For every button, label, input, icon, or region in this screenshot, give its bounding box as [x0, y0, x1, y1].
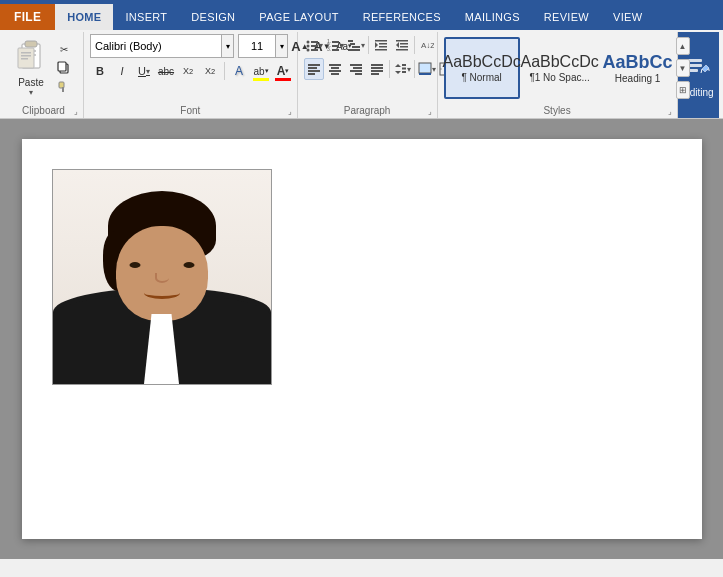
- tab-view[interactable]: VIEW: [601, 4, 654, 30]
- styles-scroll-up[interactable]: ▲: [676, 37, 690, 55]
- style-no-spacing[interactable]: AaBbCcDc ¶1 No Spac...: [522, 37, 598, 99]
- sort-button[interactable]: A↓Z: [417, 34, 437, 56]
- face: [116, 226, 208, 321]
- tab-review[interactable]: REVIEW: [532, 4, 601, 30]
- svg-point-15: [306, 45, 309, 48]
- style-heading1-preview: AaBbCc: [603, 53, 673, 71]
- styles-scroll-down[interactable]: ▼: [676, 59, 690, 77]
- styles-more[interactable]: ⊞: [676, 81, 690, 99]
- svg-point-17: [306, 49, 309, 52]
- font-name-input[interactable]: [91, 35, 221, 57]
- svg-rect-36: [400, 43, 408, 45]
- line-spacing-button[interactable]: ▾: [392, 58, 412, 80]
- style-heading1[interactable]: AaBbCc Heading 1: [600, 37, 676, 99]
- bullets-button[interactable]: ▾: [304, 34, 324, 56]
- font-expand[interactable]: ⌟: [285, 106, 295, 116]
- tab-mailings[interactable]: MAILINGS: [453, 4, 532, 30]
- right-eye: [183, 262, 194, 268]
- highlight-button[interactable]: ab ▾: [251, 60, 271, 82]
- font-size-input[interactable]: [239, 35, 275, 57]
- styles-expand[interactable]: ⌟: [665, 106, 675, 116]
- para-divider4: [414, 60, 415, 78]
- format-painter-button[interactable]: [54, 78, 74, 96]
- mouth: [144, 287, 180, 299]
- document-page[interactable]: [22, 139, 702, 539]
- paste-button[interactable]: Paste ▾: [10, 37, 52, 99]
- svg-marker-34: [396, 42, 399, 48]
- svg-rect-67: [688, 64, 702, 67]
- svg-rect-7: [21, 55, 31, 57]
- bold-button[interactable]: B: [90, 60, 110, 82]
- document-image[interactable]: [52, 169, 272, 385]
- text-effects-button[interactable]: A: [229, 60, 249, 82]
- svg-rect-30: [375, 40, 387, 42]
- strikethrough-button[interactable]: abc: [156, 60, 176, 82]
- subscript-button[interactable]: X2: [178, 60, 198, 82]
- align-center-button[interactable]: [325, 58, 345, 80]
- justify-button[interactable]: [367, 58, 387, 80]
- tab-file[interactable]: FILE: [0, 4, 55, 30]
- svg-rect-33: [375, 49, 387, 51]
- svg-marker-57: [395, 71, 401, 74]
- underline-button[interactable]: U▾: [134, 60, 154, 82]
- multilevel-list-button[interactable]: ▾: [346, 34, 366, 56]
- svg-rect-35: [396, 40, 408, 42]
- style-heading1-label: Heading 1: [615, 73, 661, 84]
- superscript-button[interactable]: X2: [200, 60, 220, 82]
- styles-scroll-buttons: ▲ ▼ ⊞: [676, 37, 690, 99]
- align-left-button[interactable]: [304, 58, 324, 80]
- svg-rect-51: [355, 73, 362, 75]
- svg-rect-60: [402, 71, 406, 73]
- decrease-indent-button[interactable]: [371, 34, 391, 56]
- font-color-button[interactable]: A ▾: [273, 60, 293, 82]
- font-divider: [224, 62, 225, 80]
- tab-home[interactable]: HOME: [55, 4, 113, 30]
- italic-button[interactable]: I: [112, 60, 132, 82]
- svg-rect-28: [348, 49, 360, 51]
- svg-point-13: [306, 41, 309, 44]
- svg-rect-25: [348, 40, 353, 42]
- svg-rect-6: [21, 52, 31, 54]
- font-label: Font: [84, 105, 297, 116]
- paragraph-label: Paragraph: [298, 105, 437, 116]
- cut-button[interactable]: ✂: [54, 40, 74, 58]
- svg-rect-37: [400, 46, 408, 48]
- tab-page-layout[interactable]: PAGE LAYOUT: [247, 4, 350, 30]
- svg-rect-44: [329, 64, 341, 66]
- eyes: [129, 262, 194, 268]
- increase-indent-button[interactable]: [392, 34, 412, 56]
- tab-design[interactable]: DESIGN: [179, 4, 247, 30]
- styles-list: AaBbCcDc ¶ Normal AaBbCcDc ¶1 No Spac...…: [444, 37, 676, 99]
- para-divider2: [414, 36, 415, 54]
- svg-rect-40: [308, 64, 320, 66]
- copy-button[interactable]: [54, 59, 74, 77]
- svg-rect-55: [371, 73, 379, 75]
- clipboard-expand[interactable]: ⌟: [71, 106, 81, 116]
- paste-dropdown[interactable]: ▾: [29, 88, 33, 97]
- svg-rect-10: [58, 62, 66, 71]
- style-normal[interactable]: AaBbCcDc ¶ Normal: [444, 37, 520, 99]
- paste-icon: [14, 39, 48, 77]
- font-size-dropdown[interactable]: ▾: [275, 35, 287, 57]
- svg-rect-8: [21, 58, 28, 60]
- shading-button[interactable]: ▾: [417, 58, 437, 80]
- svg-text:3.: 3.: [327, 46, 331, 52]
- font-name-dropdown[interactable]: ▾: [221, 35, 233, 57]
- svg-rect-20: [332, 41, 339, 43]
- tab-insert[interactable]: INSERT: [113, 4, 179, 30]
- svg-rect-48: [350, 64, 362, 66]
- document-area[interactable]: [0, 119, 723, 559]
- align-right-button[interactable]: [346, 58, 366, 80]
- portrait: [53, 170, 271, 384]
- svg-rect-43: [308, 73, 315, 75]
- svg-rect-27: [352, 46, 360, 48]
- paragraph-controls: ▾ 1. 2. 3. ▾: [304, 34, 458, 80]
- paragraph-expand[interactable]: ⌟: [425, 106, 435, 116]
- svg-line-69: [701, 69, 702, 73]
- svg-marker-56: [395, 64, 401, 67]
- left-eye: [129, 262, 140, 268]
- numbering-button[interactable]: 1. 2. 3. ▾: [325, 34, 345, 56]
- tab-references[interactable]: REFERENCES: [351, 4, 453, 30]
- svg-rect-24: [332, 49, 339, 51]
- styles-label: Styles: [438, 105, 677, 116]
